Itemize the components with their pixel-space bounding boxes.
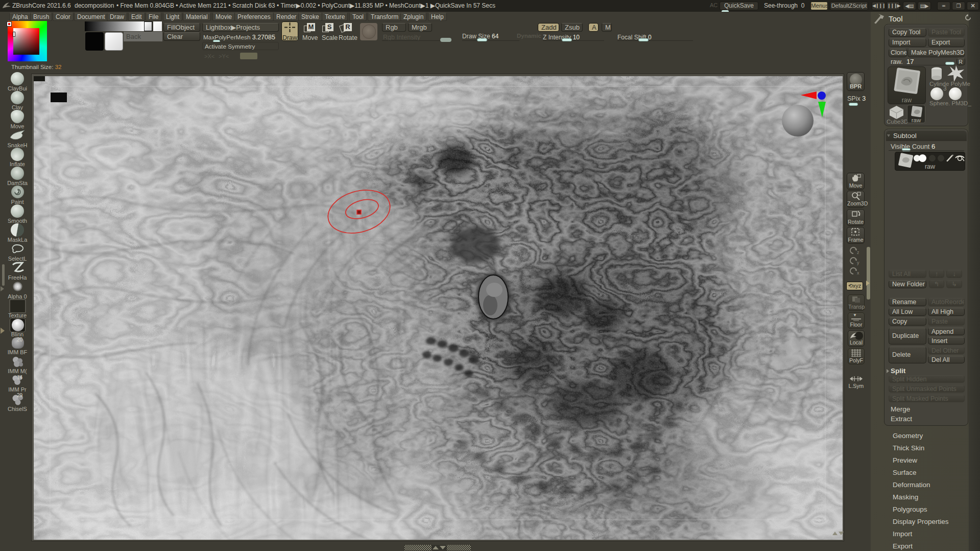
svg-text:z: z: [857, 250, 859, 255]
svg-text:y: y: [857, 260, 859, 265]
svg-text:▼: ▼: [853, 313, 857, 317]
svg-text:x: x: [857, 270, 859, 276]
